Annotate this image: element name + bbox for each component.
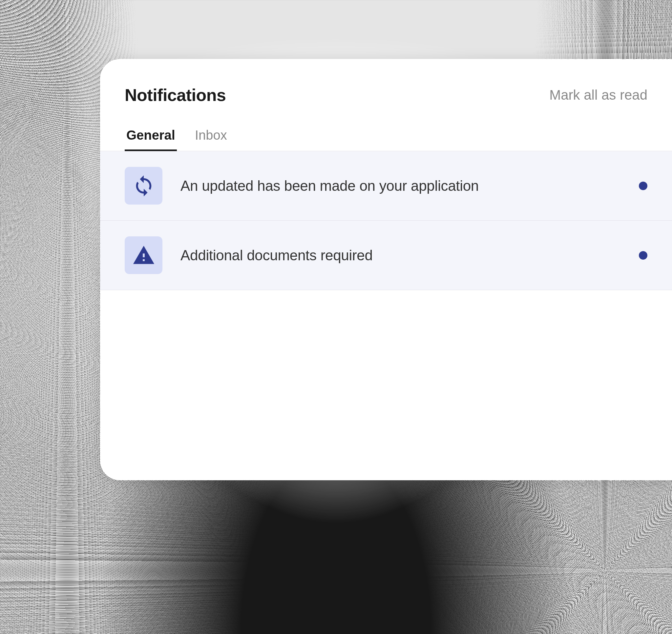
refresh-icon (125, 167, 162, 204)
warning-icon (125, 236, 162, 274)
unread-indicator (639, 251, 647, 260)
tab-inbox[interactable]: Inbox (193, 118, 229, 151)
notification-item[interactable]: An updated has been made on your applica… (100, 151, 672, 221)
unread-indicator (639, 181, 647, 190)
tab-general[interactable]: General (125, 118, 177, 151)
notifications-panel: Notifications Mark all as read General I… (100, 59, 672, 480)
notification-message: Additional documents required (181, 247, 621, 264)
notification-item[interactable]: Additional documents required (100, 221, 672, 290)
panel-title: Notifications (125, 85, 226, 105)
mark-all-read-button[interactable]: Mark all as read (549, 87, 647, 103)
tab-bar: General Inbox (100, 118, 672, 151)
notification-message: An updated has been made on your applica… (181, 178, 621, 194)
notification-list: An updated has been made on your applica… (100, 151, 672, 290)
panel-header: Notifications Mark all as read (100, 59, 672, 118)
